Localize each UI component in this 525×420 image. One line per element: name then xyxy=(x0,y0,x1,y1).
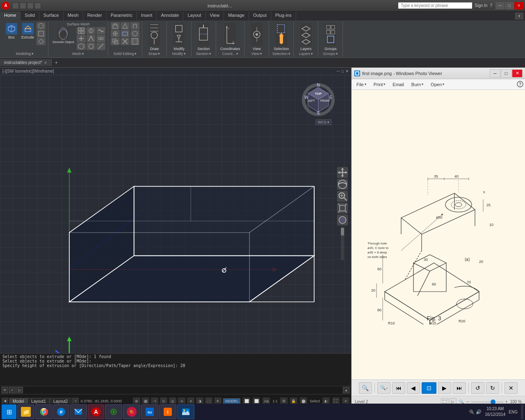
zoom-btn[interactable] xyxy=(337,191,348,202)
pv-zoom-out-btn[interactable]: 🔍- xyxy=(377,382,390,394)
cmd-btn-check[interactable]: ✓ xyxy=(9,387,16,393)
command-input-field[interactable] xyxy=(23,387,343,393)
mesh-rb6[interactable] xyxy=(87,43,96,50)
taskbar-sketchup[interactable]: SU xyxy=(141,404,158,419)
tab-surface[interactable]: Surface xyxy=(39,11,64,21)
se-rb4[interactable] xyxy=(121,22,130,30)
solid-editing-selector[interactable]: Solid Editing ▾ xyxy=(113,52,137,56)
tab-manage[interactable]: Manage xyxy=(224,11,249,21)
mesh-rb5[interactable] xyxy=(87,35,96,42)
close-btn[interactable]: ✕ xyxy=(514,2,523,9)
draw-selector[interactable]: Draw ▾ xyxy=(148,52,160,56)
tab-view[interactable]: View xyxy=(206,11,224,21)
mesh-rb3[interactable] xyxy=(77,43,86,50)
start-button[interactable]: ⊞ xyxy=(2,404,16,419)
rb1[interactable] xyxy=(37,30,46,37)
taskbar-email[interactable] xyxy=(70,404,87,419)
mesh-rb4[interactable] xyxy=(87,27,96,34)
taskbar-chrome[interactable] xyxy=(35,404,52,419)
tab-render[interactable]: Render xyxy=(83,11,107,21)
taskbar-volume-icon[interactable]: 🔊 xyxy=(476,409,482,415)
pv-search-btn[interactable]: 🔍 xyxy=(359,382,372,394)
tab-parametric[interactable]: Parametric xyxy=(107,11,137,21)
groups-selector[interactable]: Groups ▾ xyxy=(323,52,338,56)
draw-btn[interactable]: Draw xyxy=(147,22,162,52)
ribbon-expand-btn[interactable]: ▼ xyxy=(515,13,523,19)
view-selector[interactable]: View ▾ xyxy=(251,52,262,56)
view-btn[interactable]: View xyxy=(249,22,264,52)
mesh-rb7[interactable] xyxy=(96,27,105,34)
modeling-group-selector[interactable]: Modeling ▾ xyxy=(16,52,34,56)
taskbar-raspberry[interactable]: 🍓 xyxy=(123,404,140,419)
coordinates-selector[interactable]: Coord... ▾ xyxy=(222,52,238,56)
cmd-expand-btn[interactable]: ▲ xyxy=(343,387,349,393)
tab-output[interactable]: Output xyxy=(249,11,271,21)
cmd-btn-x[interactable]: ✕ xyxy=(2,387,8,393)
pv-close-btn[interactable]: ✕ xyxy=(512,69,523,78)
taskbar-show-desktop[interactable] xyxy=(521,404,523,419)
tab-home[interactable]: Home xyxy=(0,11,21,21)
taskbar-autocad[interactable]: A xyxy=(88,404,104,419)
modify-btn[interactable]: Modify xyxy=(171,22,186,52)
mesh-rb9[interactable] xyxy=(96,43,105,50)
pv-open-menu[interactable]: Open ▾ xyxy=(427,81,447,88)
pv-fit-btn[interactable]: ⊡ xyxy=(422,382,436,394)
rb2[interactable] xyxy=(37,38,46,45)
taskbar-instructables[interactable]: i xyxy=(159,404,176,419)
se-rb1[interactable] xyxy=(111,22,120,30)
pv-print-menu[interactable]: Print ▾ xyxy=(370,81,389,88)
pv-delete-btn[interactable]: ✕ xyxy=(504,382,518,394)
se-rb6[interactable] xyxy=(121,38,130,45)
layers-btn[interactable]: Layers xyxy=(299,22,313,52)
orbit-btn[interactable] xyxy=(337,179,348,190)
selection-selector[interactable]: Selection ▾ xyxy=(272,52,290,56)
open-btn[interactable] xyxy=(20,2,26,9)
extents-btn[interactable] xyxy=(337,203,348,214)
help-btn[interactable]: ? xyxy=(490,3,492,8)
smooth-object-btn[interactable]: Smooth Object xyxy=(51,27,76,45)
model-btn[interactable]: MODEL xyxy=(223,398,240,404)
se-rb8[interactable] xyxy=(130,30,139,37)
tab-mesh[interactable]: Mesh xyxy=(64,11,83,21)
groups-btn[interactable]: Groups xyxy=(323,22,338,52)
new-tab-btn[interactable]: + xyxy=(52,59,61,67)
selection-btn[interactable]: Selection xyxy=(272,22,290,52)
viewport-min-btn[interactable]: ─ xyxy=(337,69,340,73)
taskbar-folder[interactable]: 📁 xyxy=(17,404,34,419)
new-btn[interactable] xyxy=(12,2,19,9)
tab-plugins[interactable]: Plug-ins xyxy=(271,11,296,21)
viewport-canvas[interactable]: TOP FRONT LEFT W E S N WCS ▾ xyxy=(0,75,351,353)
modify-selector[interactable]: Modify ▾ xyxy=(172,52,186,56)
pv-minimize-btn[interactable]: ─ xyxy=(490,69,500,78)
taskbar-ie[interactable]: e xyxy=(53,404,69,419)
mesh-rb1[interactable] xyxy=(77,27,86,34)
tab-annotate[interactable]: Annotate xyxy=(157,11,183,21)
pv-first-btn[interactable]: ⏮ xyxy=(392,382,405,394)
undo-btn[interactable] xyxy=(34,2,41,9)
se-rb2[interactable] xyxy=(111,30,120,37)
pv-help-btn[interactable]: ? xyxy=(517,81,523,88)
pv-rotate-ccw-btn[interactable]: ↺ xyxy=(471,382,484,394)
pv-file-menu[interactable]: File ▾ xyxy=(353,81,370,88)
mesh-group-selector[interactable]: Mesh ▾ xyxy=(72,52,84,56)
tab-insert[interactable]: Insert xyxy=(137,11,157,21)
se-rb9[interactable] xyxy=(130,38,139,45)
pv-maximize-btn[interactable]: □ xyxy=(501,69,511,78)
se-rb5[interactable] xyxy=(121,30,130,37)
layers-selector[interactable]: Layers ▾ xyxy=(299,52,313,56)
scroll-thumb[interactable] xyxy=(341,228,344,236)
document-tab[interactable]: instructables project* ✕ xyxy=(0,59,52,66)
pv-burn-menu[interactable]: Burn ▾ xyxy=(408,81,427,88)
section-selector[interactable]: Section ▾ xyxy=(196,52,211,56)
pv-rotate-cw-btn[interactable]: ↻ xyxy=(486,382,499,394)
cmd-btn-arrow[interactable]: ▷ xyxy=(16,387,23,393)
smooth-icon[interactable] xyxy=(37,22,46,30)
pv-prev-btn[interactable]: ◀ xyxy=(407,382,420,394)
viewport-restore-btn[interactable]: □ xyxy=(341,69,344,73)
pan-btn[interactable] xyxy=(337,167,348,178)
tab-layout[interactable]: Layout xyxy=(183,11,205,21)
se-rb3[interactable] xyxy=(111,38,120,45)
minimize-btn[interactable]: ─ xyxy=(495,2,504,9)
extrude-tool-btn[interactable]: Extrude xyxy=(20,22,36,40)
viewport-close-btn[interactable]: ✕ xyxy=(345,69,349,73)
